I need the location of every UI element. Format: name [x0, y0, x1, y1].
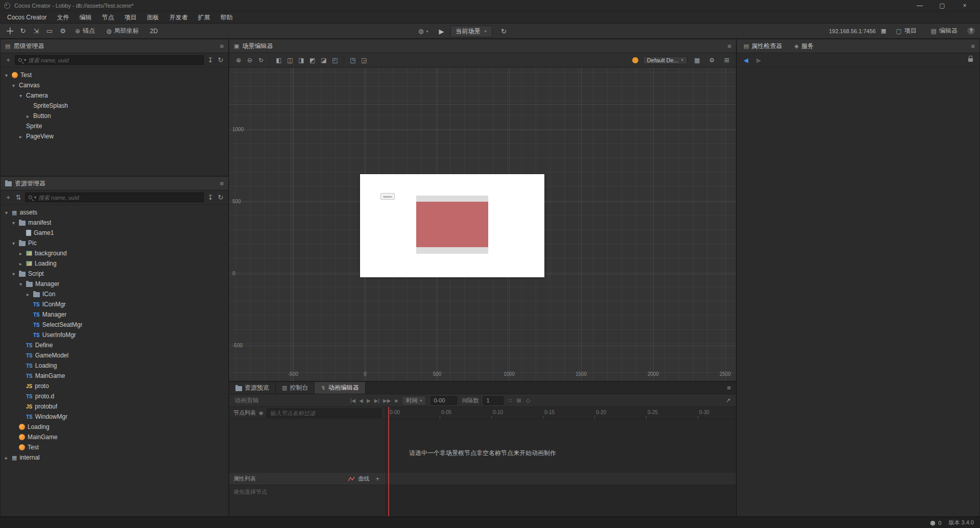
panel-menu-icon[interactable]: ≡ — [727, 42, 731, 50]
time-value-input[interactable] — [431, 396, 457, 405]
scene-viewport[interactable]: button 10005000-500-50005001000150020002… — [229, 67, 736, 381]
tree-item[interactable]: TSManager — [1, 309, 228, 320]
play-button[interactable]: ▶ — [439, 28, 444, 35]
align-left-icon[interactable]: ◧ — [274, 57, 284, 64]
anchor-toggle-button[interactable]: ⊕ 锚点 — [70, 26, 100, 37]
assets-search-input[interactable] — [38, 195, 200, 201]
scene-settings-icon[interactable]: ⚙ — [707, 57, 717, 64]
tab-asset-preview[interactable]: 资源预览 — [229, 382, 276, 394]
menu-item[interactable]: 项目 — [119, 11, 141, 23]
tree-item[interactable]: SpriteSplash — [1, 101, 228, 111]
chevron-down-icon[interactable]: ▾ — [18, 93, 23, 99]
tree-item[interactable]: Game1 — [1, 228, 228, 238]
open-editor-button[interactable]: ▤ 编辑器 — [926, 26, 962, 37]
camera-icon[interactable]: ◇ — [526, 397, 530, 404]
notification-bell-icon[interactable] — [930, 521, 935, 525]
tree-item[interactable]: ▾Manager — [1, 279, 228, 289]
tree-item[interactable]: TSSelectSeatMgr — [1, 320, 228, 330]
chevron-right-icon[interactable]: ▸ — [25, 113, 31, 119]
panel-menu-icon[interactable]: ≡ — [971, 42, 975, 50]
history-forward-icon[interactable]: ▶ — [756, 57, 761, 64]
timeline-ruler[interactable]: 0-000-050-100-150-200-250-30 — [386, 407, 736, 419]
tree-item[interactable]: TSIConMgr — [1, 299, 228, 309]
align-bottom-icon[interactable]: ◰ — [330, 57, 340, 64]
step-back-button[interactable]: ◀ — [359, 398, 363, 403]
tree-item[interactable]: ▸▦internal — [1, 452, 228, 463]
skip-to-end-button[interactable]: ▶▶ — [383, 398, 391, 403]
playhead[interactable] — [388, 407, 389, 516]
tree-item[interactable]: ▾Camera — [1, 90, 228, 101]
timeline-area[interactable] — [387, 419, 736, 473]
collapse-all-icon[interactable]: ↧ — [207, 194, 214, 201]
tree-item[interactable]: ▾Test — [1, 70, 228, 80]
menu-item[interactable]: Cocos Creator — [2, 11, 52, 23]
align-top-icon[interactable]: ◩ — [307, 57, 318, 64]
chevron-down-icon[interactable]: ▾ — [11, 241, 16, 246]
zoom-in-icon[interactable]: ⊕ — [233, 57, 244, 64]
tree-item[interactable]: TSMainGame — [1, 371, 228, 381]
open-project-button[interactable]: ▢ 项目 — [891, 26, 921, 37]
menu-item[interactable]: 扩展 — [193, 11, 215, 23]
menu-item[interactable]: 开发者 — [164, 11, 193, 23]
tab-animation-editor[interactable]: ↯ 动画编辑器 — [315, 382, 365, 394]
refresh-button[interactable]: ↻ — [498, 26, 510, 37]
menu-item[interactable]: 编辑 — [74, 11, 97, 23]
collapse-all-icon[interactable]: ↧ — [207, 56, 214, 64]
sort-icon[interactable]: ⇅ — [15, 194, 22, 201]
menu-item[interactable]: 文件 — [52, 11, 74, 23]
tree-item[interactable]: Sprite — [1, 121, 228, 131]
tree-item[interactable]: TSDefine — [1, 340, 228, 350]
local-coords-toggle-button[interactable]: ◍ 局部坐标 — [102, 26, 143, 37]
panel-menu-icon[interactable]: ≡ — [727, 384, 736, 392]
minimize-button[interactable]: — — [909, 0, 931, 11]
reset-view-icon[interactable]: ↻ — [256, 57, 266, 64]
expand-icon[interactable]: ⊞ — [722, 57, 732, 64]
chevron-down-icon[interactable]: ▾ — [11, 220, 16, 226]
panel-menu-icon[interactable]: ≡ — [220, 180, 224, 187]
keyframe-grid-icon[interactable]: ∷ — [508, 397, 512, 404]
curve-button[interactable]: 曲线 — [348, 475, 369, 483]
stop-button[interactable]: ■ — [394, 398, 397, 403]
maximize-button[interactable]: ▢ — [931, 0, 953, 11]
tree-item[interactable]: ▸Button — [1, 111, 228, 121]
chevron-right-icon[interactable]: ▸ — [18, 251, 23, 256]
tree-item[interactable]: ▸PageView — [1, 131, 228, 141]
tree-item[interactable]: TSUserInfoMgr — [1, 330, 228, 340]
tree-item[interactable]: TSWindowMgr — [1, 412, 228, 422]
menu-item[interactable]: 帮助 — [215, 11, 237, 23]
tree-item[interactable]: ▸Loading — [1, 258, 228, 269]
node-list-area[interactable] — [229, 419, 386, 473]
add-property-button[interactable]: + — [373, 475, 381, 483]
tree-item[interactable]: TSGameModel — [1, 350, 228, 361]
tab-service[interactable]: ◈ 服务 — [792, 42, 815, 51]
event-icon[interactable]: ⊞ — [516, 397, 521, 404]
scene-select[interactable]: 当前场景 ▾ — [450, 26, 492, 37]
menu-item[interactable]: 面板 — [141, 11, 164, 23]
chevron-right-icon[interactable]: ▸ — [4, 455, 9, 461]
skip-to-start-button[interactable]: |◀ — [350, 398, 355, 403]
help-icon[interactable]: ? — [967, 27, 975, 35]
tree-item[interactable]: ▾manifest — [1, 218, 228, 228]
tree-item[interactable]: ▸background — [1, 248, 228, 258]
menu-item[interactable]: 节点 — [97, 11, 119, 23]
tree-item[interactable]: TSproto.d — [1, 391, 228, 401]
tree-item[interactable]: Loading — [1, 422, 228, 432]
distribute-vertical-icon[interactable]: ◲ — [359, 57, 369, 64]
tree-item[interactable]: Test — [1, 442, 228, 452]
chevron-right-icon[interactable]: ▸ — [18, 261, 23, 267]
tree-item[interactable]: ▾Pic — [1, 238, 228, 248]
tree-item[interactable]: JSproto — [1, 381, 228, 391]
rect-tool-icon[interactable]: ▭ — [44, 26, 55, 37]
refresh-icon[interactable]: ↻ — [217, 194, 224, 201]
align-right-icon[interactable]: ◨ — [296, 57, 306, 64]
move-tool-icon[interactable] — [4, 26, 15, 37]
scale-tool-icon[interactable]: ⇲ — [31, 26, 42, 37]
anim-play-button[interactable]: ▶ — [367, 398, 371, 403]
panel-menu-icon[interactable]: ≡ — [220, 42, 224, 50]
zoom-out-icon[interactable]: ⊖ — [245, 57, 255, 64]
tree-item[interactable]: JSprotobuf — [1, 401, 228, 412]
rotate-tool-icon[interactable]: ↻ — [17, 26, 29, 37]
tab-console[interactable]: ▥ 控制台 — [276, 382, 315, 394]
chevron-right-icon[interactable]: ▸ — [25, 292, 31, 297]
close-button[interactable]: × — [953, 0, 976, 11]
